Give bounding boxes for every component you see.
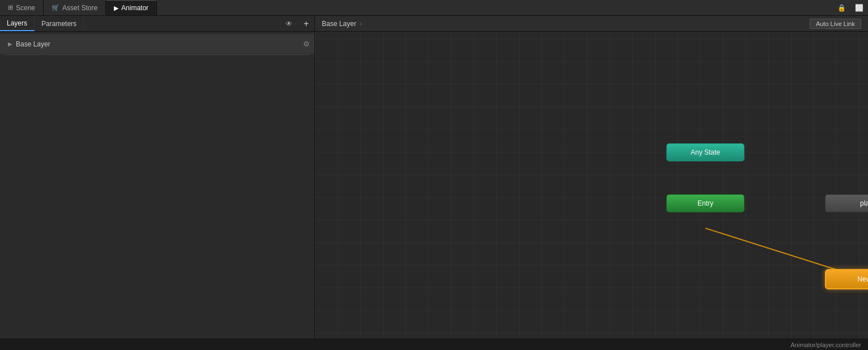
- tab-asset-store[interactable]: 🛒 Asset Store: [44, 0, 106, 15]
- animator-canvas[interactable]: Base Layer › Auto Live Link Any State: [315, 16, 868, 339]
- breadcrumb: Base Layer ›: [322, 20, 362, 28]
- status-path: Animator/player.controller: [790, 342, 861, 348]
- animator-header: Base Layer › Auto Live Link: [315, 16, 868, 32]
- add-layer-button[interactable]: +: [298, 19, 314, 29]
- breadcrumb-separator: ›: [360, 20, 362, 28]
- sidebar-tab-layers-label: Layers: [7, 19, 27, 27]
- tab-bar: ⊞ Scene 🛒 Asset Store ▶ Animator 🔒 ⬜: [0, 0, 868, 16]
- state-playfor-label: playfor: [860, 199, 868, 207]
- layer-expand-icon: ▶: [8, 41, 12, 47]
- tab-animator[interactable]: ▶ Animator: [106, 0, 157, 15]
- asset-store-icon: 🛒: [52, 4, 59, 11]
- sidebar-tab-layers[interactable]: Layers: [0, 16, 35, 31]
- sidebar-header: Layers Parameters 👁 +: [0, 16, 314, 32]
- main-area: Layers Parameters 👁 + ▶ Base Layer ⚙ Bas…: [0, 16, 868, 339]
- state-any[interactable]: Any State: [666, 143, 744, 161]
- animator-icon: ▶: [114, 5, 118, 12]
- scene-icon: ⊞: [8, 4, 13, 11]
- tab-scene-label: Scene: [16, 4, 35, 12]
- state-entry-label: Entry: [697, 199, 713, 207]
- sidebar: Layers Parameters 👁 + ▶ Base Layer ⚙: [0, 16, 315, 339]
- eye-button[interactable]: 👁: [280, 20, 298, 28]
- layer-list: ▶ Base Layer ⚙: [0, 32, 314, 339]
- tab-animator-label: Animator: [121, 4, 148, 12]
- sidebar-tab-parameters[interactable]: Parameters: [35, 16, 84, 31]
- state-new-state[interactable]: New State: [825, 269, 868, 289]
- arrow-overlay: [315, 16, 868, 339]
- state-entry[interactable]: Entry: [666, 194, 744, 212]
- tab-asset-store-label: Asset Store: [62, 4, 97, 12]
- maximize-icon: ⬜: [855, 4, 863, 12]
- status-bar: Animator/player.controller: [0, 339, 868, 350]
- state-any-label: Any State: [691, 148, 720, 156]
- layer-item-base[interactable]: ▶ Base Layer ⚙: [0, 34, 314, 54]
- layer-settings-icon[interactable]: ⚙: [303, 40, 310, 48]
- tab-scene[interactable]: ⊞ Scene: [0, 0, 44, 15]
- breadcrumb-root: Base Layer: [322, 20, 356, 28]
- state-new-label: New State: [857, 275, 868, 283]
- layer-divider: [5, 54, 310, 55]
- lock-icon: 🔒: [837, 4, 852, 12]
- state-playfor[interactable]: playfor: [825, 194, 868, 212]
- sidebar-tab-parameters-label: Parameters: [41, 20, 76, 28]
- layer-name: Base Layer: [16, 40, 303, 48]
- auto-live-link-button[interactable]: Auto Live Link: [810, 19, 861, 29]
